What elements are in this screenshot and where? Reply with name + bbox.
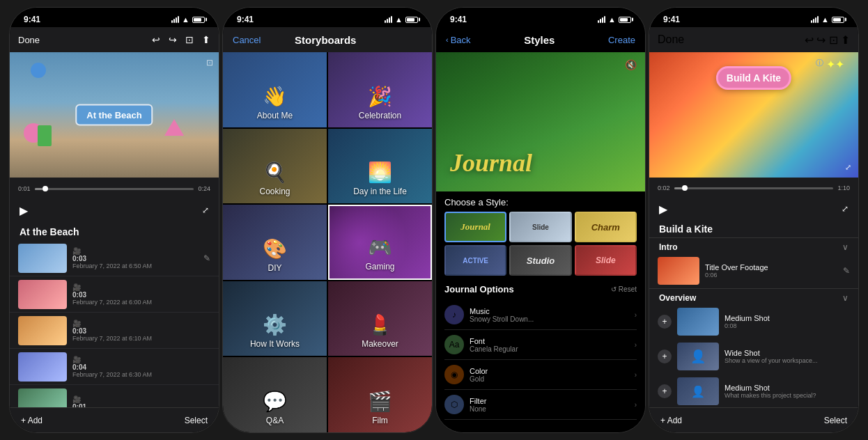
select-button-1[interactable]: Select	[185, 416, 208, 425]
reset-button[interactable]: ↺ Reset	[611, 285, 637, 293]
clip-item-1[interactable]: 🎥 0:03 February 7, 2022 at 6:50 AM ✎	[10, 240, 219, 276]
storyboard-item-film[interactable]: 🎬 Film	[328, 357, 432, 432]
makeover-icon: 💄	[368, 313, 392, 336]
style-slide[interactable]: Slide	[509, 212, 571, 242]
clip-thumbnail-2	[18, 280, 67, 309]
clip-thumbnail4-4: 👤	[677, 377, 719, 405]
clip-name4-4: Medium Shot	[724, 384, 850, 392]
style-journal[interactable]: Journal	[444, 212, 506, 242]
option-value-font: Canela Regular	[470, 345, 635, 353]
clip-thumbnail-3	[18, 316, 67, 345]
clip-edit-1[interactable]: ✎	[203, 253, 210, 263]
fullscreen-button-1[interactable]: ⤢	[202, 205, 209, 215]
fullscreen-button-4[interactable]: ⤢	[842, 204, 848, 214]
wifi-icon-2: ▲	[395, 15, 403, 24]
music-icon: ♪	[444, 305, 464, 324]
section-intro[interactable]: Intro ∨	[649, 237, 858, 253]
storyboard-item-dayinlife[interactable]: 🌅 Day in the Life	[328, 129, 432, 204]
track-line-4	[674, 187, 834, 189]
option-filter[interactable]: ⬡ Filter None ›	[444, 390, 637, 420]
clip-add-btn-3[interactable]: +	[658, 349, 672, 363]
undo-icon-4[interactable]: ↩	[805, 34, 814, 46]
options-section: Journal Options ↺ Reset ♪ Music Snowy St…	[436, 278, 645, 432]
status-bar-3: 9:41 ▲	[436, 8, 645, 27]
share-icon-4[interactable]: ⬆	[841, 34, 850, 46]
options-header: Journal Options ↺ Reset	[444, 284, 637, 294]
video-title-card: At the Beach	[75, 104, 153, 126]
battery-icon-2	[405, 17, 418, 23]
redo-icon-1[interactable]: ↪	[169, 34, 177, 45]
clip-item-5[interactable]: 🎥 0:01	[10, 385, 219, 407]
storyboard-item-diy[interactable]: 🎨 DIY	[223, 205, 327, 280]
play-button-1[interactable]: ▶	[20, 204, 28, 217]
storyboard-item-qa[interactable]: 💬 Q&A	[223, 357, 327, 432]
style-grid: Journal Slide Charm Active Studio Slide	[444, 212, 637, 276]
clip-duration-2: 0:03	[72, 291, 210, 299]
style-charm[interactable]: Charm	[575, 212, 637, 242]
nav-bar-2: Cancel Storyboards	[223, 27, 432, 52]
clip-item4-1[interactable]: Title Over Footage 0:06 ✎	[649, 253, 858, 288]
fullscreen-icon-4[interactable]: ⤢	[845, 163, 851, 172]
select-button-4[interactable]: Select	[824, 416, 847, 425]
add-button-1[interactable]: + Add	[21, 416, 42, 425]
playback-bar-4: ▶ ⤢	[649, 198, 858, 219]
create-button-3[interactable]: Create	[608, 35, 635, 45]
howitworks-icon: ⚙️	[263, 313, 287, 336]
clip-add-btn-2[interactable]: +	[658, 315, 672, 329]
mute-icon-3[interactable]: 🔇	[625, 59, 637, 70]
option-color[interactable]: ◉ Color Gold ›	[444, 360, 637, 390]
section-overview[interactable]: Overview ∨	[649, 288, 858, 304]
camera-icon-1: 🎥	[72, 247, 198, 255]
redo-icon-4[interactable]: ↪	[816, 34, 826, 46]
timeline-bar-4: 0:02 1:10	[649, 178, 858, 198]
share-icon-1[interactable]: ⬆	[202, 34, 210, 45]
style-active[interactable]: Active	[444, 245, 506, 276]
clip-item-3[interactable]: 🎥 0:03 February 7, 2022 at 6:10 AM	[10, 313, 219, 349]
style-studio[interactable]: Studio	[509, 245, 571, 276]
aboutme-label: About Me	[257, 111, 293, 120]
camera-icon-4: 🎥	[72, 356, 210, 363]
undo-icon-1[interactable]: ↩	[152, 34, 160, 45]
storyboard-item-aboutme[interactable]: 👋 About Me	[223, 52, 327, 127]
timeline-end-1: 0:24	[198, 185, 210, 192]
info-icon-4[interactable]: ⓘ	[816, 58, 823, 68]
done-button-1[interactable]: Done	[18, 35, 40, 45]
add-button-4[interactable]: + Add	[660, 416, 682, 425]
clip-add-btn-4[interactable]: +	[658, 384, 672, 398]
timeline-track-1[interactable]: 0:01 0:24	[18, 182, 210, 196]
storyboard-item-makeover[interactable]: 💄 Makeover	[328, 281, 432, 356]
track-thumb-4[interactable]	[682, 185, 688, 191]
storyboard-item-gaming[interactable]: 🎮 Gaming	[328, 205, 432, 280]
clip-desc4-2: 0:08	[724, 322, 850, 329]
style-slide-b[interactable]: Slide	[575, 245, 637, 276]
clip-item-4[interactable]: 🎥 0:04 February 7, 2022 at 6:30 AM	[10, 349, 219, 385]
option-name-color: Color	[470, 367, 635, 375]
option-music[interactable]: ♪ Music Snowy Stroll Down... ›	[444, 300, 637, 330]
blue-circle-decor	[31, 63, 46, 78]
clip-edit4-1[interactable]: ✎	[843, 266, 850, 276]
clip-item4-4[interactable]: + 👤 Medium Shot What makes this project …	[649, 374, 858, 407]
clip-name4-1: Title Over Footage	[705, 263, 837, 272]
gaming-icon: 🎮	[368, 236, 392, 259]
storyboard-item-cooking[interactable]: 🍳 Cooking	[223, 129, 327, 204]
clip-item4-2[interactable]: + Medium Shot 0:08	[649, 304, 858, 339]
done-button-4[interactable]: Done	[658, 33, 684, 46]
option-font[interactable]: Aa Font Canela Regular ›	[444, 330, 637, 360]
clip-item-2[interactable]: 🎥 0:03 February 7, 2022 at 6:00 AM	[10, 276, 219, 313]
clip-icon-4[interactable]: ⊡	[829, 34, 838, 46]
time-4: 9:41	[663, 15, 680, 24]
clip-icon-1[interactable]: ⊡	[185, 34, 194, 45]
storyboard-item-celebration[interactable]: 🎉 Celebration	[328, 52, 432, 127]
gaming-label: Gaming	[365, 262, 394, 272]
cancel-button-2[interactable]: Cancel	[233, 35, 261, 45]
option-chevron-color: ›	[635, 371, 637, 379]
wifi-icon-1: ▲	[182, 15, 189, 24]
clip-item4-3[interactable]: + 👤 Wide Shot Show a view of your worksp…	[649, 339, 858, 374]
track-thumb-1[interactable]	[42, 186, 48, 191]
play-button-4[interactable]: ▶	[659, 203, 667, 216]
timeline-start-4: 0:02	[658, 184, 670, 191]
timeline-track-4[interactable]: 0:02 1:10	[658, 181, 850, 195]
storyboard-item-howitworks[interactable]: ⚙️ How It Works	[223, 281, 327, 356]
camera-icon-5: 🎥	[72, 395, 210, 403]
back-button-3[interactable]: ‹ Back	[446, 35, 471, 45]
